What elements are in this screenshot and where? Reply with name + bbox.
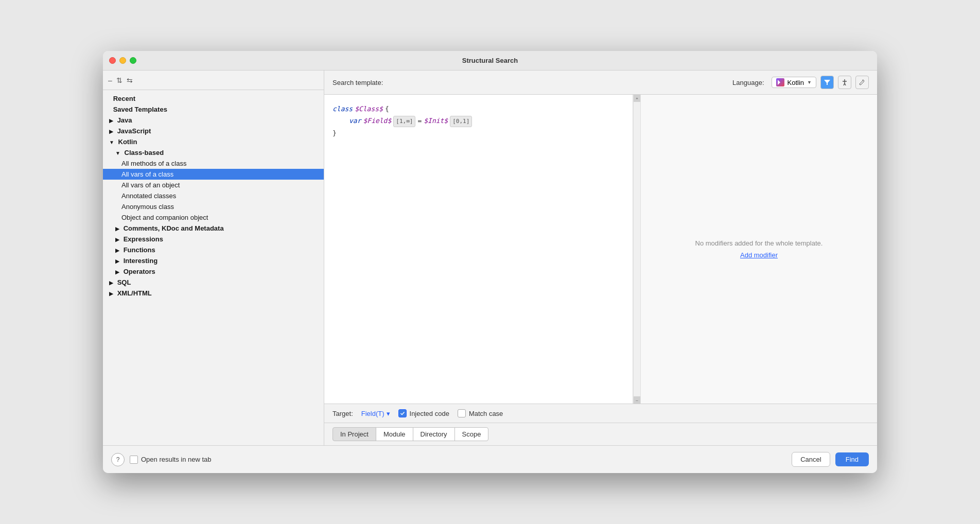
tab-scope[interactable]: Scope	[454, 427, 489, 441]
target-label: Target:	[332, 410, 353, 417]
bottom-bar: ? Open results in new tab Cancel Find	[103, 445, 877, 473]
language-label: Language:	[732, 79, 764, 86]
chevron-right-icon: ▶	[115, 226, 119, 232]
close-button[interactable]	[109, 57, 116, 64]
options-bar: Target: Field(T) ▾ Injected code Match c…	[324, 404, 877, 423]
sidebar-item-class-based[interactable]: ▼ Class-based	[103, 147, 324, 158]
minus-icon[interactable]: –	[108, 76, 112, 84]
sort-asc-icon[interactable]: ⇅	[116, 76, 122, 84]
brace-open: {	[385, 103, 389, 115]
search-template-label: Search template:	[332, 79, 383, 86]
keyword-class: class	[332, 103, 353, 115]
chevron-down-icon: ▼	[807, 80, 812, 85]
var-init: $Init$	[424, 115, 448, 127]
field-count[interactable]: [1,∞]	[393, 116, 415, 127]
editor-scrollbar[interactable]: + –	[633, 95, 640, 404]
sidebar-item-interesting[interactable]: ▶ Interesting	[103, 255, 324, 266]
maximize-button[interactable]	[130, 57, 136, 64]
sidebar-item-functions[interactable]: ▶ Functions	[103, 244, 324, 255]
main-content: – ⇅ ⇆ Recent Saved Templates ▶ Java	[103, 71, 877, 445]
sidebar-item-object-companion[interactable]: Object and companion object	[103, 212, 324, 223]
sidebar-item-recent[interactable]: Recent	[103, 93, 324, 104]
open-results-checkbox-group: Open results in new tab	[130, 456, 212, 464]
chevron-right-icon: ▶	[115, 258, 119, 264]
traffic-lights	[109, 57, 136, 64]
sort-desc-icon[interactable]: ⇆	[127, 76, 133, 84]
code-line-3: }	[332, 127, 624, 139]
sidebar-item-expressions[interactable]: ▶ Expressions	[103, 234, 324, 244]
wrench-button[interactable]	[855, 76, 869, 89]
sidebar: – ⇅ ⇆ Recent Saved Templates ▶ Java	[103, 71, 324, 445]
sidebar-item-all-methods[interactable]: All methods of a class	[103, 158, 324, 169]
pin-button[interactable]	[838, 76, 851, 89]
sidebar-item-anonymous-class[interactable]: Anonymous class	[103, 201, 324, 212]
language-name: Kotlin	[787, 79, 804, 86]
target-value: Field(T)	[361, 410, 384, 417]
chevron-right-icon: ▶	[109, 129, 113, 134]
sidebar-item-annotated-classes[interactable]: Annotated classes	[103, 190, 324, 201]
injected-code-label: Injected code	[410, 410, 449, 417]
language-selector[interactable]: Kotlin ▼	[772, 77, 816, 88]
add-modifier-link[interactable]: Add modifier	[740, 251, 778, 259]
var-field: $Field$	[363, 115, 391, 127]
init-count[interactable]: [0,1]	[450, 116, 472, 127]
search-header: Search template: Language: Kotlin ▼	[324, 71, 877, 95]
sidebar-item-saved-templates[interactable]: Saved Templates	[103, 104, 324, 115]
svg-marker-0	[824, 80, 830, 85]
main-panel: Search template: Language: Kotlin ▼	[324, 71, 877, 445]
equals-sign: =	[417, 115, 422, 127]
dialog-title: Structural Search	[462, 57, 518, 64]
injected-code-checkbox-group: Injected code	[398, 409, 449, 417]
open-results-checkbox[interactable]	[130, 456, 138, 464]
minimize-button[interactable]	[119, 57, 126, 64]
tab-in-project[interactable]: In Project	[332, 427, 376, 441]
code-line-2: var $Field$ [1,∞] = $Init$ [0,1]	[332, 115, 624, 127]
code-line-1: class $Class$ {	[332, 103, 624, 115]
code-editor[interactable]: class $Class$ { var $Field$ [1,∞] = $Ini…	[324, 95, 633, 404]
sidebar-tree: Recent Saved Templates ▶ Java ▶ JavaScri…	[103, 90, 324, 445]
keyword-var: var	[349, 115, 361, 127]
var-class: $Class$	[355, 103, 383, 115]
filter-button[interactable]	[820, 76, 834, 89]
tab-directory[interactable]: Directory	[413, 427, 455, 441]
brace-close: }	[332, 127, 337, 139]
sidebar-item-all-vars-object[interactable]: All vars of an object	[103, 180, 324, 190]
tab-module[interactable]: Module	[376, 427, 413, 441]
sidebar-item-comments-kdoc[interactable]: ▶ Comments, KDoc and Metadata	[103, 223, 324, 234]
chevron-down-icon: ▼	[109, 139, 114, 145]
chevron-down-icon: ▼	[115, 150, 120, 156]
sidebar-item-sql[interactable]: ▶ SQL	[103, 277, 324, 288]
help-button[interactable]: ?	[111, 453, 125, 466]
sidebar-item-kotlin[interactable]: ▼ Kotlin	[103, 136, 324, 147]
sidebar-item-operators[interactable]: ▶ Operators	[103, 266, 324, 277]
svg-line-4	[845, 83, 846, 85]
chevron-right-icon: ▶	[115, 269, 119, 275]
sidebar-item-java[interactable]: ▶ Java	[103, 115, 324, 126]
match-case-label: Match case	[469, 410, 503, 417]
sidebar-item-xml-html[interactable]: ▶ XML/HTML	[103, 288, 324, 299]
sidebar-item-javascript[interactable]: ▶ JavaScript	[103, 126, 324, 136]
scope-bar: In Project Module Directory Scope	[324, 423, 877, 445]
scroll-up-button[interactable]: +	[634, 95, 641, 102]
title-bar: Structural Search	[103, 51, 877, 71]
sidebar-item-all-vars-class[interactable]: All vars of a class	[103, 169, 324, 180]
modifier-panel: No modifiers added for the whole templat…	[640, 95, 877, 404]
editor-area: class $Class$ { var $Field$ [1,∞] = $Ini…	[324, 95, 877, 404]
scroll-down-button[interactable]: –	[634, 396, 641, 404]
injected-code-checkbox[interactable]	[398, 409, 407, 417]
cancel-button[interactable]: Cancel	[792, 452, 830, 467]
match-case-checkbox[interactable]	[458, 409, 466, 417]
find-button[interactable]: Find	[835, 452, 869, 466]
structural-search-dialog: Structural Search – ⇅ ⇆ Recent Saved Tem…	[103, 51, 877, 473]
match-case-checkbox-group: Match case	[458, 409, 503, 417]
sidebar-toolbar: – ⇅ ⇆	[103, 71, 324, 90]
chevron-right-icon: ▶	[109, 280, 113, 286]
chevron-right-icon: ▶	[109, 291, 113, 296]
chevron-right-icon: ▶	[115, 237, 119, 242]
chevron-right-icon: ▶	[109, 118, 113, 124]
kotlin-icon	[776, 78, 784, 86]
target-dropdown[interactable]: Field(T) ▾	[361, 410, 390, 417]
dropdown-arrow-icon: ▾	[387, 410, 390, 417]
open-results-label: Open results in new tab	[141, 456, 212, 463]
no-modifiers-text: No modifiers added for the whole templat…	[695, 239, 823, 247]
